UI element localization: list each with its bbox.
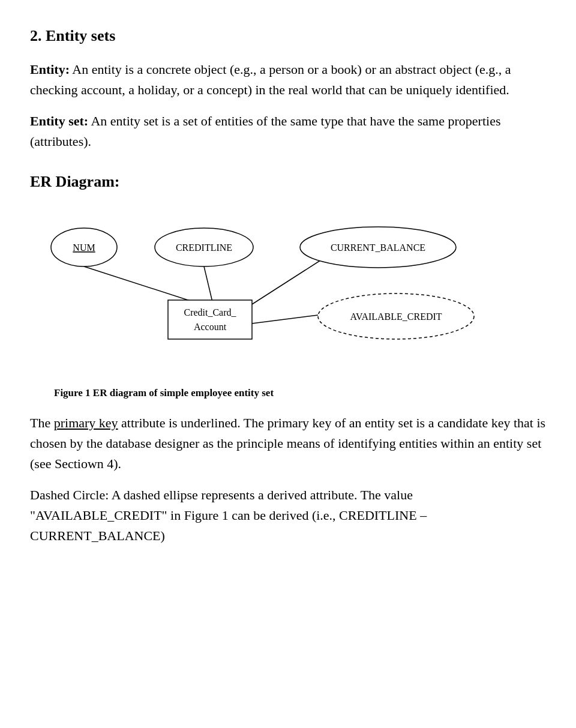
entity-set-definition: Entity set: An entity set is a set of en…	[30, 111, 546, 152]
svg-text:Credit_Card_: Credit_Card_	[184, 307, 236, 317]
svg-line-1	[204, 266, 213, 304]
diagram-section: ER Diagram: NUM CREDITLINE	[30, 170, 546, 401]
er-diagram-title: ER Diagram:	[30, 170, 546, 193]
primary-key-paragraph: The primary key attribute is underlined.…	[30, 413, 546, 474]
svg-text:AVAILABLE_CREDIT: AVAILABLE_CREDIT	[350, 311, 442, 322]
svg-text:NUM: NUM	[73, 242, 95, 253]
svg-line-3	[252, 315, 318, 323]
section-title: 2. Entity sets	[30, 24, 546, 47]
entity-set-text: An entity set is a set of entities of th…	[30, 113, 500, 149]
svg-line-2	[252, 258, 324, 304]
svg-text:CURRENT_BALANCE: CURRENT_BALANCE	[331, 242, 425, 253]
er-diagram: NUM CREDITLINE CURRENT_BALANCE Credit_Ca…	[30, 211, 546, 379]
dashed-circle-text: Dashed Circle: A dashed ellipse represen…	[30, 487, 427, 543]
svg-text:Account: Account	[194, 322, 227, 332]
entity-text: An entity is a concrete object (e.g., a …	[30, 62, 511, 97]
svg-text:CREDITLINE: CREDITLINE	[176, 242, 232, 253]
dashed-circle-paragraph: Dashed Circle: A dashed ellipse represen…	[30, 485, 546, 546]
primary-key-text-1: The primary key attribute is underlined.…	[30, 415, 545, 471]
entity-set-term: Entity set:	[30, 113, 88, 128]
entity-term: Entity:	[30, 62, 70, 77]
entity-definition: Entity: An entity is a concrete object (…	[30, 59, 546, 100]
svg-rect-10	[168, 300, 252, 339]
figure-caption: Figure 1 ER diagram of simple employee e…	[54, 385, 546, 401]
page-content: 2. Entity sets Entity: An entity is a co…	[30, 24, 546, 546]
svg-line-0	[84, 266, 201, 304]
er-diagram-svg: NUM CREDITLINE CURRENT_BALANCE Credit_Ca…	[30, 211, 546, 373]
